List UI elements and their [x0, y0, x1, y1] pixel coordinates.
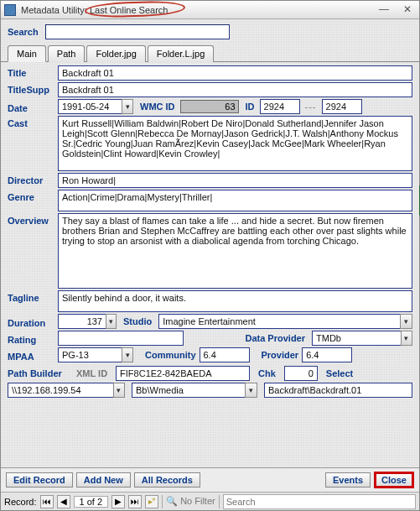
field-rating[interactable]: [58, 331, 184, 346]
field-director[interactable]: [58, 173, 412, 188]
label-xml-id: XML ID: [76, 368, 107, 378]
search-input[interactable]: [45, 24, 230, 39]
field-titlesupp[interactable]: [58, 82, 412, 97]
field-chk[interactable]: [284, 366, 318, 381]
new-record-icon[interactable]: ▸*: [145, 495, 158, 508]
status-bar: Record: ⏮ ◀ 1 of 2 ▶ ⏭ ▸* 🔍 No Filter: [1, 492, 419, 510]
record-position: 1 of 2: [74, 496, 109, 508]
edit-record-button[interactable]: Edit Record: [6, 472, 73, 488]
tab-path[interactable]: Path: [48, 45, 86, 62]
field-provider[interactable]: [302, 347, 352, 362]
titlebar: Metadata Utility: Last Online Search — ✕: [1, 1, 419, 19]
next-record-icon[interactable]: ▶: [111, 495, 125, 508]
chevron-down-icon[interactable]: ▾: [122, 99, 133, 114]
label-id: ID: [246, 102, 255, 112]
label-provider: Provider: [262, 350, 299, 360]
field-id-b[interactable]: [322, 99, 362, 114]
label-wmcid: WMC ID: [140, 102, 175, 112]
chevron-down-icon[interactable]: ▾: [113, 383, 125, 398]
label-genre: Genre: [8, 190, 54, 202]
all-records-button[interactable]: All Records: [134, 472, 200, 488]
field-studio[interactable]: [158, 314, 400, 329]
label-titlesupp: TitleSupp: [8, 82, 54, 95]
label-duration: Duration: [8, 315, 54, 328]
label-chk: Chk: [258, 368, 276, 378]
window-title: Metadata Utility: Last Online Search: [21, 5, 168, 15]
minimize-button[interactable]: —: [376, 3, 392, 15]
app-icon: [4, 4, 16, 16]
app-window: Metadata Utility: Last Online Search — ✕…: [0, 0, 420, 511]
close-window-button[interactable]: ✕: [399, 3, 416, 15]
label-cast: Cast: [8, 116, 54, 128]
form-main: Title TitleSupp Date ▾ WMC ID 63 ID --- …: [1, 62, 419, 467]
select-link[interactable]: Select: [326, 368, 353, 378]
label-studio: Studio: [123, 316, 152, 326]
tab-main[interactable]: Main: [8, 45, 46, 62]
tab-folder-jpg[interactable]: Folder.jpg: [86, 45, 145, 62]
field-wmcid[interactable]: 63: [180, 100, 239, 113]
field-path-share[interactable]: [132, 383, 245, 398]
events-button[interactable]: Events: [325, 472, 371, 488]
field-community[interactable]: [200, 347, 250, 362]
record-label: Record:: [4, 497, 37, 507]
field-id-a[interactable]: [260, 99, 300, 114]
prev-record-icon[interactable]: ◀: [57, 495, 70, 508]
field-genre[interactable]: Action|Crime|Drama|Mystery|Thriller|: [58, 190, 412, 211]
label-mpaa: MPAA: [8, 349, 54, 362]
label-director: Director: [8, 173, 54, 185]
label-tagline: Tagline: [8, 290, 54, 303]
chevron-down-icon[interactable]: ▾: [400, 314, 412, 329]
tabs: Main Path Folder.jpg Folder.L.jpg: [1, 41, 419, 62]
label-title: Title: [8, 65, 54, 78]
search-label: Search: [8, 27, 39, 37]
last-record-icon[interactable]: ⏭: [128, 495, 142, 508]
id-dash: ---: [303, 102, 319, 112]
add-new-button[interactable]: Add New: [76, 472, 131, 488]
bottom-toolbar: Edit Record Add New All Records Events C…: [1, 467, 419, 492]
chevron-down-icon[interactable]: ▾: [106, 314, 117, 329]
field-tagline[interactable]: Silently behind a door, it waits.: [58, 290, 412, 312]
status-search-input[interactable]: [223, 494, 416, 509]
field-path-folder[interactable]: [264, 383, 412, 398]
filter-indicator[interactable]: 🔍 No Filter: [166, 496, 215, 507]
chevron-down-icon[interactable]: ▾: [122, 347, 133, 362]
label-overview: Overview: [8, 213, 54, 226]
field-path-host[interactable]: [8, 383, 113, 398]
chevron-down-icon[interactable]: ▾: [245, 383, 257, 398]
field-overview[interactable]: They say a blast of flames can take a li…: [58, 213, 412, 289]
field-mpaa[interactable]: [58, 347, 122, 362]
close-button[interactable]: Close: [374, 472, 414, 488]
first-record-icon[interactable]: ⏮: [40, 495, 54, 508]
label-community: Community: [145, 350, 196, 360]
field-xml-id[interactable]: [116, 366, 250, 381]
label-data-provider: Data Provider: [245, 333, 305, 343]
field-date[interactable]: [58, 99, 122, 114]
label-rating: Rating: [8, 332, 54, 345]
tab-folder-l-jpg[interactable]: Folder.L.jpg: [148, 45, 214, 62]
field-title[interactable]: [58, 65, 412, 81]
label-path-builder: Path Builder: [8, 368, 73, 378]
field-duration[interactable]: [58, 314, 106, 329]
field-data-provider[interactable]: [312, 331, 401, 346]
chevron-down-icon[interactable]: ▾: [401, 331, 412, 346]
field-cast[interactable]: Kurt Russell|William Baldwin|Robert De N…: [58, 116, 412, 171]
label-date: Date: [8, 101, 54, 113]
